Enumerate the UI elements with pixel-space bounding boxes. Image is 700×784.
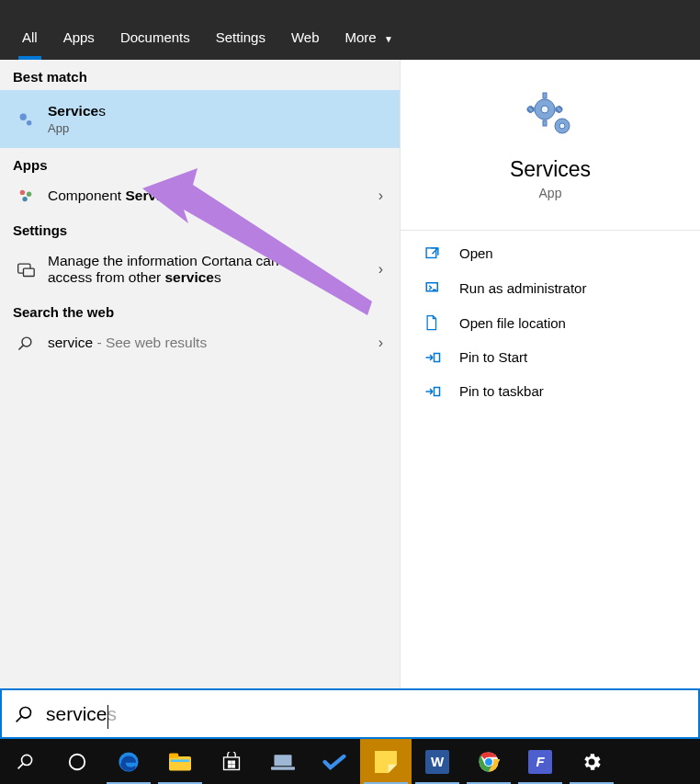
action-open-location[interactable]: Open file location — [401, 305, 700, 340]
result-component-services[interactable]: Component Services › — [0, 178, 400, 213]
svg-rect-35 — [171, 759, 190, 762]
svg-rect-40 — [232, 765, 235, 767]
svg-rect-33 — [169, 756, 191, 770]
svg-rect-26 — [435, 387, 440, 395]
search-typed: service — [46, 703, 107, 724]
svg-rect-12 — [543, 120, 547, 126]
svg-point-29 — [22, 755, 32, 765]
component-services-icon — [13, 187, 39, 204]
svg-point-0 — [20, 113, 27, 119]
svg-point-31 — [70, 754, 85, 769]
svg-line-28 — [17, 716, 22, 722]
services-icon — [13, 109, 39, 130]
taskbar: W F — [0, 739, 700, 784]
search-icon — [15, 705, 33, 723]
svg-rect-41 — [274, 755, 291, 766]
open-icon — [424, 245, 446, 261]
tab-web[interactable]: Web — [278, 18, 333, 60]
svg-point-1 — [27, 119, 31, 125]
admin-icon — [424, 279, 446, 296]
search-box[interactable]: services — [0, 688, 700, 739]
tab-more-label: More — [345, 29, 377, 45]
search-icon — [13, 335, 39, 351]
svg-rect-25 — [435, 353, 440, 361]
tab-more[interactable]: More ▼ — [333, 18, 406, 60]
section-settings: Settings — [0, 213, 400, 244]
taskbar-sticky-notes[interactable] — [360, 739, 412, 784]
svg-point-4 — [22, 197, 27, 201]
svg-line-8 — [19, 345, 24, 349]
svg-rect-42 — [271, 767, 295, 769]
svg-point-2 — [20, 190, 25, 195]
tab-all[interactable]: All — [9, 18, 51, 60]
action-pin-start[interactable]: Pin to Start — [401, 340, 700, 374]
svg-line-30 — [18, 764, 24, 769]
svg-rect-38 — [232, 761, 235, 764]
section-best-match: Best match — [0, 60, 400, 90]
permissions-icon — [13, 260, 39, 278]
svg-rect-22 — [426, 248, 436, 258]
result-services-sub: App — [48, 121, 387, 135]
action-pin-taskbar[interactable]: Pin to taskbar — [401, 374, 700, 408]
taskbar-chrome[interactable] — [463, 739, 514, 784]
svg-point-19 — [541, 106, 548, 113]
pin-taskbar-icon — [424, 384, 446, 399]
taskbar-todo[interactable] — [309, 739, 360, 784]
taskbar-edge[interactable] — [103, 739, 154, 784]
svg-point-7 — [22, 337, 31, 347]
taskbar-store[interactable] — [206, 739, 257, 784]
svg-line-23 — [433, 248, 438, 254]
action-run-admin[interactable]: Run as administrator — [401, 270, 700, 305]
svg-rect-37 — [229, 761, 231, 764]
result-web-service[interactable]: service - See web results › — [0, 325, 400, 360]
pin-start-icon — [424, 350, 446, 365]
preview-pane: Services App Open Run as administrator O… — [400, 60, 700, 688]
taskbar-settings[interactable] — [566, 739, 617, 784]
chevron-down-icon: ▼ — [384, 34, 393, 44]
preview-title: Services — [401, 157, 700, 182]
results-pane: Best match Services App Apps Com — [0, 60, 400, 688]
taskbar-word[interactable]: W — [412, 739, 463, 784]
svg-rect-6 — [24, 268, 35, 276]
taskbar-app-f[interactable]: F — [514, 739, 566, 784]
divider — [401, 230, 700, 231]
search-suggestion-ghost: s — [107, 703, 118, 724]
result-services-title: Service — [48, 103, 98, 119]
svg-point-27 — [20, 707, 31, 718]
section-web: Search the web — [0, 295, 400, 325]
svg-point-3 — [27, 192, 31, 197]
svg-rect-36 — [224, 756, 240, 769]
cortana-button[interactable] — [51, 739, 103, 784]
tab-documents[interactable]: Documents — [107, 18, 203, 60]
start-button[interactable] — [0, 739, 51, 784]
section-apps: Apps — [0, 148, 400, 178]
taskbar-explorer[interactable] — [154, 739, 206, 784]
chevron-right-icon[interactable]: › — [375, 187, 387, 204]
chevron-right-icon[interactable]: › — [375, 261, 387, 278]
svg-rect-39 — [229, 765, 231, 767]
preview-subtitle: App — [401, 186, 700, 200]
result-cortana-services[interactable]: Manage the information Cortana can acces… — [0, 244, 400, 295]
action-open[interactable]: Open — [401, 236, 700, 270]
svg-rect-11 — [543, 93, 547, 98]
svg-point-21 — [559, 123, 565, 129]
result-services[interactable]: Services App — [0, 90, 400, 148]
tab-apps[interactable]: Apps — [51, 18, 107, 60]
svg-rect-34 — [169, 753, 178, 757]
taskbar-laptop-app[interactable] — [257, 739, 309, 784]
tab-settings[interactable]: Settings — [203, 18, 278, 60]
text-caret — [107, 705, 108, 729]
file-location-icon — [424, 314, 446, 331]
services-large-icon — [401, 85, 700, 144]
search-filter-tabs: All Apps Documents Settings Web More ▼ — [0, 0, 700, 60]
chevron-right-icon[interactable]: › — [375, 335, 387, 351]
